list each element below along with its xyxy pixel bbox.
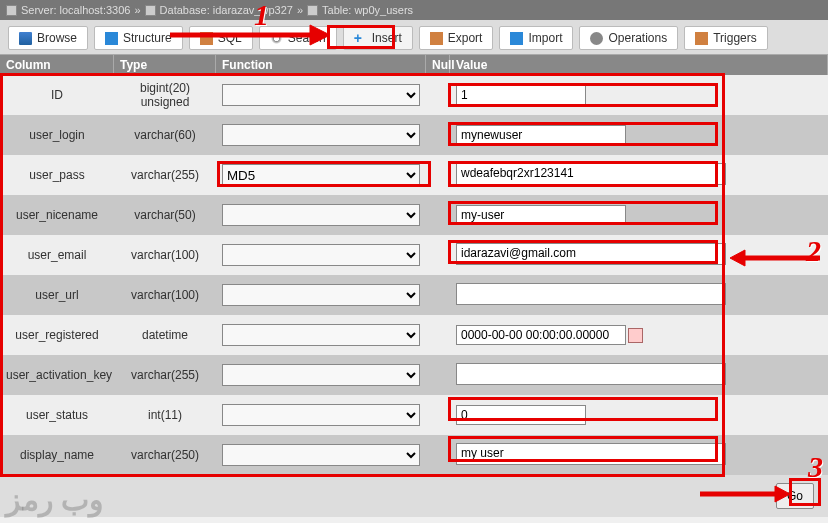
value-cell	[450, 401, 828, 429]
function-select[interactable]	[222, 364, 420, 386]
value-input[interactable]	[456, 85, 586, 105]
function-select[interactable]: MD5	[222, 164, 420, 186]
column-type: datetime	[114, 324, 216, 346]
function-cell	[216, 80, 426, 110]
table-header-row: Column Type Function Null Value	[0, 55, 828, 75]
column-type: int(11)	[114, 404, 216, 426]
column-name: ID	[0, 84, 114, 106]
table-row: user_registereddatetime	[0, 315, 828, 355]
column-type: varchar(100)	[114, 244, 216, 266]
tab-browse[interactable]: Browse	[8, 26, 88, 50]
sql-icon	[200, 32, 213, 45]
top-tabs: Browse Structure SQL Search Insert Expor…	[0, 20, 828, 55]
null-cell	[426, 131, 450, 139]
value-cell	[450, 359, 828, 392]
column-name: user_status	[0, 404, 114, 426]
value-input[interactable]	[456, 325, 626, 345]
function-cell: MD5	[216, 160, 426, 190]
tab-operations-label: Operations	[608, 31, 667, 45]
triggers-icon	[695, 32, 708, 45]
function-select[interactable]	[222, 404, 420, 426]
function-cell	[216, 120, 426, 150]
separator: »	[134, 4, 140, 16]
export-icon	[430, 32, 443, 45]
null-cell	[426, 91, 450, 99]
table-row: display_namevarchar(250)	[0, 435, 828, 475]
tab-triggers-label: Triggers	[713, 31, 757, 45]
header-column: Column	[0, 55, 114, 75]
import-icon	[510, 32, 523, 45]
value-input[interactable]	[456, 283, 726, 305]
function-select[interactable]	[222, 124, 420, 146]
column-type: varchar(250)	[114, 444, 216, 466]
tab-insert-label: Insert	[372, 31, 402, 45]
tab-sql-label: SQL	[218, 31, 242, 45]
function-select[interactable]	[222, 324, 420, 346]
tab-export[interactable]: Export	[419, 26, 494, 50]
go-button[interactable]: Go	[776, 483, 814, 509]
value-cell	[450, 81, 828, 109]
tab-operations[interactable]: Operations	[579, 26, 678, 50]
function-cell	[216, 400, 426, 430]
tab-structure[interactable]: Structure	[94, 26, 183, 50]
footer: Go	[0, 475, 828, 517]
table-row: user_nicenamevarchar(50)	[0, 195, 828, 235]
column-name: user_registered	[0, 324, 114, 346]
table-body: IDbigint(20) unsigneduser_loginvarchar(6…	[0, 75, 828, 475]
tab-sql[interactable]: SQL	[189, 26, 253, 50]
value-input[interactable]	[456, 443, 726, 465]
column-type: varchar(100)	[114, 284, 216, 306]
server-icon	[6, 5, 17, 16]
column-name: display_name	[0, 444, 114, 466]
header-type: Type	[114, 55, 216, 75]
null-cell	[426, 331, 450, 339]
value-cell	[450, 239, 828, 272]
function-cell	[216, 440, 426, 470]
table-row: user_emailvarchar(100)	[0, 235, 828, 275]
function-select[interactable]	[222, 204, 420, 226]
tab-triggers[interactable]: Triggers	[684, 26, 768, 50]
insert-icon	[354, 32, 367, 45]
tab-search[interactable]: Search	[259, 26, 337, 50]
function-select[interactable]	[222, 84, 420, 106]
header-function: Function	[216, 55, 426, 75]
tab-insert[interactable]: Insert	[343, 26, 413, 50]
tab-import[interactable]: Import	[499, 26, 573, 50]
null-cell	[426, 411, 450, 419]
function-select[interactable]	[222, 244, 420, 266]
null-cell	[426, 291, 450, 299]
value-input[interactable]	[456, 163, 726, 185]
operations-icon	[590, 32, 603, 45]
table-row: IDbigint(20) unsigned	[0, 75, 828, 115]
structure-icon	[105, 32, 118, 45]
column-name: user_url	[0, 284, 114, 306]
tab-search-label: Search	[288, 31, 326, 45]
value-input[interactable]	[456, 405, 586, 425]
table-icon	[307, 5, 318, 16]
null-cell	[426, 251, 450, 259]
value-input[interactable]	[456, 363, 726, 385]
column-name: user_login	[0, 124, 114, 146]
tab-structure-label: Structure	[123, 31, 172, 45]
tab-export-label: Export	[448, 31, 483, 45]
calendar-icon[interactable]	[628, 328, 643, 343]
function-cell	[216, 360, 426, 390]
database-icon	[145, 5, 156, 16]
watermark: وب رمز	[6, 482, 103, 517]
function-cell	[216, 200, 426, 230]
function-cell	[216, 280, 426, 310]
function-select[interactable]	[222, 444, 420, 466]
column-type: varchar(50)	[114, 204, 216, 226]
value-cell	[450, 439, 828, 472]
value-cell	[450, 159, 828, 192]
value-input[interactable]	[456, 243, 726, 265]
window-titlebar: Server: localhost:3306 » Database: idara…	[0, 0, 828, 20]
null-cell	[426, 451, 450, 459]
function-select[interactable]	[222, 284, 420, 306]
column-type: varchar(255)	[114, 164, 216, 186]
value-input[interactable]	[456, 205, 626, 225]
value-input[interactable]	[456, 125, 626, 145]
value-cell	[450, 201, 828, 229]
separator: »	[297, 4, 303, 16]
column-type: varchar(60)	[114, 124, 216, 146]
